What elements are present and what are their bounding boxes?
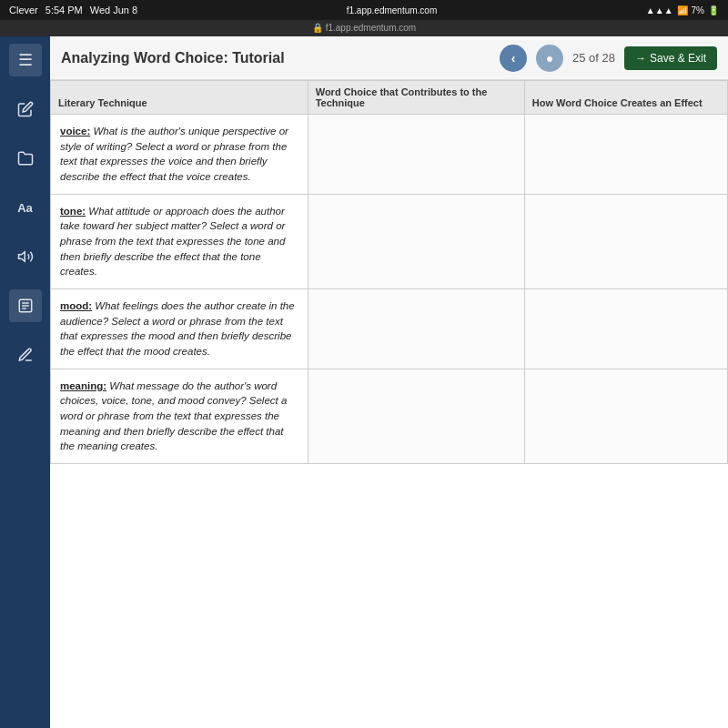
technique-tone-cell: tone: What attitude or approach does the… <box>51 194 308 288</box>
meaning-word-choice-cell[interactable] <box>308 369 524 463</box>
header-controls: ‹ ● 25 of 28 → Save & Exit <box>500 45 717 72</box>
page-title: Analyzing Word Choice: Tutorial <box>61 50 285 66</box>
battery-label: 7% <box>692 5 704 15</box>
save-exit-icon: → <box>635 52 646 65</box>
voice-definition: What is the author's unique perspective … <box>60 126 288 182</box>
sidebar: ☰ Aa <box>0 36 50 728</box>
technique-meaning-cell: meaning: What message do the author's wo… <box>51 369 308 463</box>
tone-word-choice-cell[interactable] <box>308 194 524 288</box>
audio-icon[interactable] <box>9 240 42 273</box>
main-content: Analyzing Word Choice: Tutorial ‹ ● 25 o… <box>50 36 728 728</box>
voice-effect-cell[interactable] <box>524 115 727 195</box>
col-header-effect: How Word Choice Creates an Effect <box>524 81 727 115</box>
literary-techniques-table: Literary Technique Word Choice that Cont… <box>50 80 728 464</box>
col-header-word-choice: Word Choice that Contributes to the Tech… <box>308 81 524 115</box>
mood-definition: What feelings does the author create in … <box>60 300 295 357</box>
table-header-row: Literary Technique Word Choice that Cont… <box>51 81 728 115</box>
folder-icon[interactable] <box>9 142 42 175</box>
url-bar: 🔒 f1.app.edmentum.com <box>0 20 728 36</box>
tone-definition: What attitude or approach does the autho… <box>60 206 285 278</box>
time-label: 5:54 PM <box>46 5 83 15</box>
app-container: ☰ Aa <box>0 36 728 728</box>
table-wrapper[interactable]: Literary Technique Word Choice that Cont… <box>50 80 728 728</box>
term-meaning: meaning: <box>60 380 106 391</box>
save-exit-button[interactable]: → Save & Exit <box>624 46 717 70</box>
next-button[interactable]: ● <box>536 45 563 72</box>
carrier-label: Clever <box>9 5 38 15</box>
tone-effect-cell[interactable] <box>524 194 727 288</box>
table-row: mood: What feelings does the author crea… <box>51 289 728 369</box>
mood-effect-cell[interactable] <box>524 289 727 369</box>
url-text: f1.app.edmentum.com <box>326 23 417 33</box>
edit-icon[interactable] <box>9 93 42 126</box>
page-indicator: 25 of 28 <box>572 51 615 65</box>
lock-icon: 🔒 <box>312 23 323 33</box>
meaning-effect-cell[interactable] <box>524 369 727 463</box>
header: Analyzing Word Choice: Tutorial ‹ ● 25 o… <box>50 36 728 80</box>
pen-icon[interactable] <box>9 339 42 371</box>
url-label: f1.app.edmentum.com <box>347 5 438 15</box>
col-header-technique: Literary Technique <box>51 81 308 115</box>
term-voice: voice: <box>60 126 90 136</box>
table-row: voice: What is the author's unique persp… <box>51 115 728 195</box>
table-row: tone: What attitude or approach does the… <box>51 194 728 288</box>
term-mood: mood: <box>60 300 92 311</box>
table-row: meaning: What message do the author's wo… <box>51 369 728 463</box>
status-bar: Clever 5:54 PM Wed Jun 8 f1.app.edmentum… <box>0 0 728 20</box>
term-tone: tone: <box>60 206 86 217</box>
technique-voice-cell: voice: What is the author's unique persp… <box>51 115 308 195</box>
save-exit-label: Save & Exit <box>650 52 706 65</box>
wifi-icon: 📶 <box>677 5 688 15</box>
battery-icon: 🔋 <box>708 5 719 15</box>
note-icon[interactable] <box>9 289 42 322</box>
font-icon[interactable]: Aa <box>9 191 42 224</box>
voice-word-choice-cell[interactable] <box>308 115 524 195</box>
svg-marker-0 <box>18 252 25 262</box>
signal-icon: ▲▲▲ <box>646 5 673 15</box>
prev-button[interactable]: ‹ <box>500 45 527 72</box>
technique-mood-cell: mood: What feelings does the author crea… <box>51 289 308 369</box>
date-label: Wed Jun 8 <box>90 5 137 15</box>
menu-icon[interactable]: ☰ <box>9 44 42 76</box>
mood-word-choice-cell[interactable] <box>308 289 524 369</box>
